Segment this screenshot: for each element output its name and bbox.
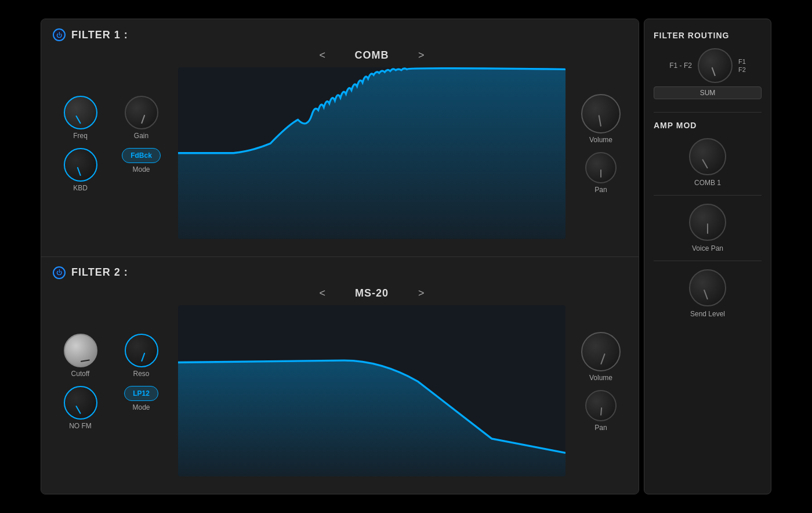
- amp-mod-title: AMP MOD: [654, 121, 762, 130]
- filter2-volume-label: Volume: [589, 374, 612, 382]
- filter2-prev-button[interactable]: <: [319, 287, 325, 299]
- filter1-kbd-group: KBD: [53, 148, 108, 192]
- routing-knob[interactable]: [698, 48, 733, 83]
- filter1-volume-label: Volume: [589, 136, 612, 144]
- send-level-label: Send Level: [690, 310, 725, 318]
- filter1-type-name: COMB: [337, 49, 407, 62]
- amp-mod-label: COMB 1: [694, 179, 721, 187]
- filter2-type-selector: < MS-20 >: [178, 287, 566, 299]
- filter2-reso-label: Reso: [133, 370, 149, 378]
- filter2-section: ⏻ FILTER 2 : Cutoff R: [41, 257, 639, 494]
- filter1-section: ⏻ FILTER 1 : Freq Gai: [41, 19, 639, 257]
- filter2-volume-knob[interactable]: [581, 332, 621, 371]
- filter2-cutoff-label: Cutoff: [71, 370, 90, 378]
- divider-1: [654, 112, 762, 113]
- filter1-next-button[interactable]: >: [418, 49, 425, 62]
- filter1-gain-knob[interactable]: [125, 96, 158, 129]
- filter1-pan-label: Pan: [594, 186, 607, 194]
- divider-2: [654, 195, 762, 196]
- filter1-kbd-label: KBD: [73, 184, 88, 192]
- filter2-volume-group: Volume: [581, 332, 621, 382]
- routing-labels: F1 F2: [738, 58, 746, 73]
- filter1-volume-knob[interactable]: [581, 94, 621, 133]
- filter1-power-button[interactable]: ⏻: [53, 28, 66, 41]
- filter1-prev-button[interactable]: <: [319, 49, 325, 62]
- filter1-gain-label: Gain: [134, 132, 148, 140]
- amp-mod-knob-area: COMB 1: [654, 138, 762, 187]
- filter1-display: < COMB >: [178, 49, 566, 239]
- filter2-nofm-group: NO FM: [53, 386, 108, 430]
- amp-mod-section: AMP MOD COMB 1: [654, 121, 762, 187]
- filter2-knobs-left: Cutoff Reso NO FM: [53, 334, 169, 430]
- f1-label: F1: [738, 58, 746, 65]
- routing-knob-container: [698, 48, 733, 83]
- filter-routing-title: FILTER ROUTING: [654, 31, 762, 40]
- filter1-freq-knob[interactable]: [64, 96, 97, 129]
- filter2-nofm-knob[interactable]: [64, 386, 97, 420]
- filter2-pan-group: Pan: [585, 390, 617, 432]
- filter-routing-section: FILTER ROUTING F1 - F2 F1 F2 SUM: [654, 31, 762, 104]
- filter1-mode-group: FdBck Mode: [114, 148, 169, 192]
- filter2-display: < MS-20 >: [178, 287, 566, 477]
- filter1-mode-label: Mode: [132, 165, 150, 174]
- filter2-cutoff-group: Cutoff: [53, 334, 108, 378]
- f2-label: F2: [738, 66, 746, 73]
- filter2-mode-group: LP12 Mode: [114, 386, 169, 430]
- f1-f2-label: F1 - F2: [669, 62, 692, 70]
- filter2-pan-knob[interactable]: [585, 390, 617, 421]
- filter1-volume-group: Volume: [581, 94, 621, 144]
- filter1-kbd-knob[interactable]: [64, 148, 97, 182]
- filter2-next-button[interactable]: >: [418, 287, 425, 299]
- filter2-nofm-label: NO FM: [69, 422, 92, 430]
- divider-3: [654, 261, 762, 261]
- filter1-gain-group: Gain: [114, 96, 169, 140]
- filter2-reso-group: Reso: [114, 334, 169, 378]
- filter1-pan-group: Pan: [585, 152, 617, 194]
- filter2-graph: [178, 305, 566, 477]
- filter1-type-selector: < COMB >: [178, 49, 566, 62]
- filter1-title: FILTER 1 :: [71, 29, 128, 41]
- filter1-knobs-left: Freq Gain KBD Fd: [53, 96, 169, 192]
- filter2-reso-knob[interactable]: [125, 334, 158, 367]
- filter2-header: ⏻ FILTER 2 :: [53, 266, 627, 279]
- filter1-knobs-right: Volume Pan: [575, 94, 627, 194]
- amp-mod-knob[interactable]: [689, 138, 726, 175]
- filter2-pan-label: Pan: [594, 424, 607, 432]
- voice-pan-label: Voice Pan: [692, 244, 723, 252]
- filter1-pan-knob[interactable]: [585, 152, 617, 183]
- filter2-knobs-right: Volume Pan: [575, 332, 627, 432]
- filter1-mode-button[interactable]: FdBck: [122, 148, 161, 163]
- filter1-header: ⏻ FILTER 1 :: [53, 28, 627, 41]
- filter2-power-button[interactable]: ⏻: [53, 266, 66, 279]
- send-level-section: Send Level: [654, 269, 762, 318]
- right-panel: FILTER ROUTING F1 - F2 F1 F2 SUM AMP: [644, 19, 771, 494]
- filter1-freq-group: Freq: [53, 96, 108, 140]
- filter2-title: FILTER 2 :: [71, 266, 128, 279]
- send-level-knob[interactable]: [689, 269, 726, 306]
- filter2-cutoff-knob[interactable]: [64, 334, 97, 367]
- filter2-type-name: MS-20: [337, 287, 407, 299]
- routing-area: F1 - F2 F1 F2: [654, 48, 762, 83]
- filter1-graph: [178, 67, 566, 239]
- routing-sum-button[interactable]: SUM: [654, 86, 762, 99]
- voice-pan-section: Voice Pan: [654, 204, 762, 252]
- voice-pan-knob[interactable]: [689, 204, 726, 241]
- filter1-freq-label: Freq: [73, 132, 88, 140]
- filter2-mode-button[interactable]: LP12: [124, 386, 158, 401]
- filter2-mode-label: Mode: [132, 403, 150, 411]
